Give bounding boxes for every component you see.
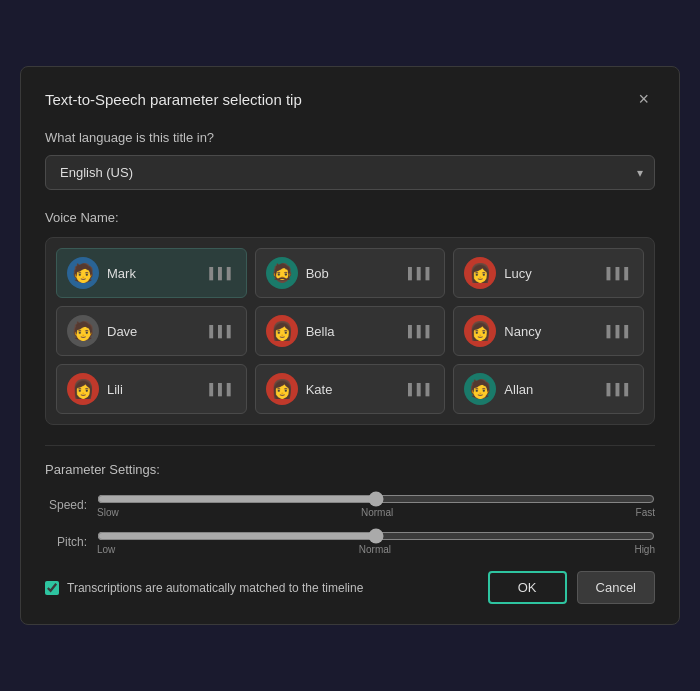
- speed-slider[interactable]: [97, 491, 655, 507]
- param-section-label: Parameter Settings:: [45, 462, 655, 477]
- wave-icon-mark: ▌▌▌: [209, 267, 235, 279]
- pitch-mid-label: Normal: [359, 544, 391, 555]
- wave-icon-allan: ▌▌▌: [607, 383, 633, 395]
- language-dropdown-wrapper: English (US) English (UK) Spanish French…: [45, 155, 655, 190]
- divider: [45, 445, 655, 446]
- wave-icon-lili: ▌▌▌: [209, 383, 235, 395]
- voice-name-lili: Lili: [107, 382, 201, 397]
- avatar-bella: 👩: [266, 315, 298, 347]
- close-button[interactable]: ×: [632, 87, 655, 112]
- voice-name-dave: Dave: [107, 324, 201, 339]
- speed-mid-label: Normal: [361, 507, 393, 518]
- speed-slider-labels: Slow Normal Fast: [97, 507, 655, 518]
- wave-icon-lucy: ▌▌▌: [607, 267, 633, 279]
- transcription-label-text: Transcriptions are automatically matched…: [67, 581, 363, 595]
- voice-card-lucy[interactable]: 👩 Lucy ▌▌▌: [453, 248, 644, 298]
- pitch-slider[interactable]: [97, 528, 655, 544]
- dialog-title: Text-to-Speech parameter selection tip: [45, 91, 302, 108]
- ok-button[interactable]: OK: [488, 571, 567, 604]
- speed-row: Speed: Slow Normal Fast: [45, 491, 655, 518]
- bottom-bar: Transcriptions are automatically matched…: [45, 571, 655, 604]
- voice-card-nancy[interactable]: 👩 Nancy ▌▌▌: [453, 306, 644, 356]
- voice-card-mark[interactable]: 🧑 Mark ▌▌▌: [56, 248, 247, 298]
- avatar-kate: 👩: [266, 373, 298, 405]
- dialog-header: Text-to-Speech parameter selection tip ×: [45, 87, 655, 112]
- pitch-slider-labels: Low Normal High: [97, 544, 655, 555]
- language-select[interactable]: English (US) English (UK) Spanish French…: [45, 155, 655, 190]
- voice-card-allan[interactable]: 🧑 Allan ▌▌▌: [453, 364, 644, 414]
- wave-icon-bob: ▌▌▌: [408, 267, 434, 279]
- pitch-slider-wrapper: Low Normal High: [97, 528, 655, 555]
- pitch-max-label: High: [634, 544, 655, 555]
- voice-card-dave[interactable]: 🧑 Dave ▌▌▌: [56, 306, 247, 356]
- avatar-mark: 🧑: [67, 257, 99, 289]
- param-section: Parameter Settings: Speed: Slow Normal F…: [45, 462, 655, 555]
- voice-name-lucy: Lucy: [504, 266, 598, 281]
- cancel-button[interactable]: Cancel: [577, 571, 655, 604]
- voice-name-kate: Kate: [306, 382, 400, 397]
- wave-icon-dave: ▌▌▌: [209, 325, 235, 337]
- voice-name-mark: Mark: [107, 266, 201, 281]
- voice-name-nancy: Nancy: [504, 324, 598, 339]
- avatar-lili: 👩: [67, 373, 99, 405]
- avatar-dave: 🧑: [67, 315, 99, 347]
- wave-icon-bella: ▌▌▌: [408, 325, 434, 337]
- pitch-row: Pitch: Low Normal High: [45, 528, 655, 555]
- dialog-container: Text-to-Speech parameter selection tip ×…: [20, 66, 680, 625]
- pitch-label: Pitch:: [45, 535, 87, 549]
- button-group: OK Cancel: [488, 571, 655, 604]
- voice-card-bob[interactable]: 🧔 Bob ▌▌▌: [255, 248, 446, 298]
- pitch-min-label: Low: [97, 544, 115, 555]
- voice-card-kate[interactable]: 👩 Kate ▌▌▌: [255, 364, 446, 414]
- speed-min-label: Slow: [97, 507, 119, 518]
- transcription-checkbox-label[interactable]: Transcriptions are automatically matched…: [45, 581, 363, 595]
- avatar-allan: 🧑: [464, 373, 496, 405]
- speed-slider-wrapper: Slow Normal Fast: [97, 491, 655, 518]
- voice-name-bob: Bob: [306, 266, 400, 281]
- wave-icon-nancy: ▌▌▌: [607, 325, 633, 337]
- wave-icon-kate: ▌▌▌: [408, 383, 434, 395]
- speed-label: Speed:: [45, 498, 87, 512]
- transcription-checkbox[interactable]: [45, 581, 59, 595]
- voice-section-label: Voice Name:: [45, 210, 655, 225]
- voice-card-bella[interactable]: 👩 Bella ▌▌▌: [255, 306, 446, 356]
- avatar-bob: 🧔: [266, 257, 298, 289]
- language-label: What language is this title in?: [45, 130, 655, 145]
- avatar-nancy: 👩: [464, 315, 496, 347]
- avatar-lucy: 👩: [464, 257, 496, 289]
- voice-name-allan: Allan: [504, 382, 598, 397]
- voices-grid: 🧑 Mark ▌▌▌ 🧔 Bob ▌▌▌ 👩 Lucy ▌▌▌ 🧑: [45, 237, 655, 425]
- voice-card-lili[interactable]: 👩 Lili ▌▌▌: [56, 364, 247, 414]
- voice-name-bella: Bella: [306, 324, 400, 339]
- speed-max-label: Fast: [636, 507, 655, 518]
